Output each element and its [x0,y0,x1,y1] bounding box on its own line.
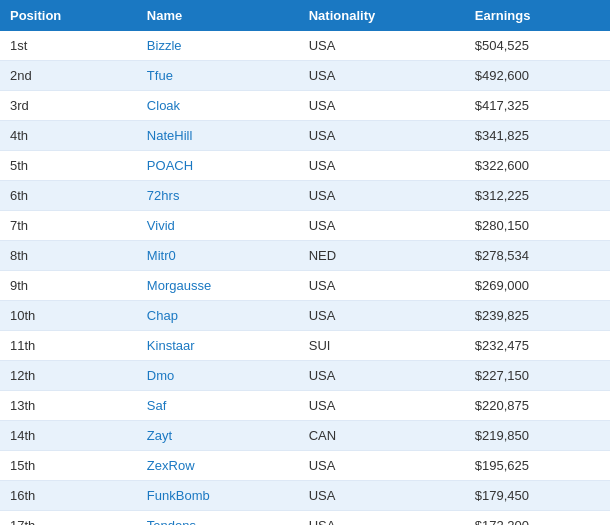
table-row: 15thZexRowUSA$195,625 [0,451,610,481]
table-row: 5thPOACHUSA$322,600 [0,151,610,181]
cell-name: Chap [137,301,299,331]
cell-name: 72hrs [137,181,299,211]
cell-name: ZexRow [137,451,299,481]
table-row: 1stBizzleUSA$504,525 [0,31,610,61]
cell-earnings: $232,475 [465,331,610,361]
cell-nationality: USA [299,391,465,421]
cell-position: 15th [0,451,137,481]
table-body: 1stBizzleUSA$504,5252ndTfueUSA$492,6003r… [0,31,610,525]
cell-nationality: USA [299,181,465,211]
cell-earnings: $269,000 [465,271,610,301]
cell-position: 3rd [0,91,137,121]
cell-name: Bizzle [137,31,299,61]
cell-earnings: $278,534 [465,241,610,271]
cell-position: 6th [0,181,137,211]
cell-position: 8th [0,241,137,271]
table-row: 11thKinstaarSUI$232,475 [0,331,610,361]
cell-nationality: SUI [299,331,465,361]
cell-nationality: USA [299,481,465,511]
cell-position: 10th [0,301,137,331]
cell-name: POACH [137,151,299,181]
cell-earnings: $492,600 [465,61,610,91]
table-row: 6th72hrsUSA$312,225 [0,181,610,211]
cell-position: 5th [0,151,137,181]
table-row: 17thTendonsUSA$172,200 [0,511,610,526]
cell-name: Tendons [137,511,299,526]
table-row: 16thFunkBombUSA$179,450 [0,481,610,511]
table-row: 10thChapUSA$239,825 [0,301,610,331]
table-row: 3rdCloakUSA$417,325 [0,91,610,121]
cell-position: 9th [0,271,137,301]
cell-position: 12th [0,361,137,391]
cell-name: Cloak [137,91,299,121]
table-row: 12thDmoUSA$227,150 [0,361,610,391]
cell-nationality: USA [299,271,465,301]
cell-position: 13th [0,391,137,421]
cell-nationality: USA [299,211,465,241]
cell-nationality: USA [299,451,465,481]
table-row: 13thSafUSA$220,875 [0,391,610,421]
cell-name: Morgausse [137,271,299,301]
cell-nationality: USA [299,511,465,526]
cell-position: 14th [0,421,137,451]
cell-nationality: USA [299,361,465,391]
table-row: 2ndTfueUSA$492,600 [0,61,610,91]
cell-name: Vivid [137,211,299,241]
cell-earnings: $312,225 [465,181,610,211]
cell-earnings: $341,825 [465,121,610,151]
cell-earnings: $195,625 [465,451,610,481]
cell-position: 11th [0,331,137,361]
header-row: Position Name Nationality Earnings [0,0,610,31]
cell-name: Kinstaar [137,331,299,361]
cell-earnings: $322,600 [465,151,610,181]
cell-position: 2nd [0,61,137,91]
cell-earnings: $227,150 [465,361,610,391]
leaderboard-table: Position Name Nationality Earnings 1stBi… [0,0,610,525]
header-position: Position [0,0,137,31]
cell-name: FunkBomb [137,481,299,511]
table-row: 4thNateHillUSA$341,825 [0,121,610,151]
table-header: Position Name Nationality Earnings [0,0,610,31]
cell-earnings: $239,825 [465,301,610,331]
cell-nationality: USA [299,31,465,61]
cell-earnings: $504,525 [465,31,610,61]
cell-position: 17th [0,511,137,526]
cell-earnings: $219,850 [465,421,610,451]
cell-name: Mitr0 [137,241,299,271]
cell-position: 1st [0,31,137,61]
cell-position: 16th [0,481,137,511]
cell-earnings: $220,875 [465,391,610,421]
cell-name: Zayt [137,421,299,451]
cell-nationality: NED [299,241,465,271]
cell-name: Saf [137,391,299,421]
table-row: 7thVividUSA$280,150 [0,211,610,241]
cell-name: Dmo [137,361,299,391]
cell-nationality: USA [299,301,465,331]
cell-earnings: $179,450 [465,481,610,511]
cell-earnings: $417,325 [465,91,610,121]
cell-earnings: $172,200 [465,511,610,526]
cell-nationality: USA [299,121,465,151]
cell-position: 7th [0,211,137,241]
cell-earnings: $280,150 [465,211,610,241]
header-nationality: Nationality [299,0,465,31]
cell-name: NateHill [137,121,299,151]
table-row: 9thMorgausseUSA$269,000 [0,271,610,301]
table-row: 14thZaytCAN$219,850 [0,421,610,451]
table-row: 8thMitr0NED$278,534 [0,241,610,271]
cell-name: Tfue [137,61,299,91]
cell-nationality: USA [299,151,465,181]
header-earnings: Earnings [465,0,610,31]
header-name: Name [137,0,299,31]
cell-position: 4th [0,121,137,151]
cell-nationality: USA [299,61,465,91]
cell-nationality: CAN [299,421,465,451]
cell-nationality: USA [299,91,465,121]
